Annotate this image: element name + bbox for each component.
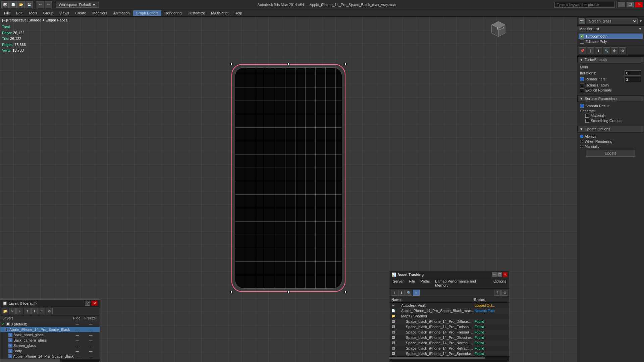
layer-row-iphone[interactable]: 📱 Apple_iPhone_14_Pro_Space_Black — — <box>0 327 100 332</box>
asset-tool-settings[interactable]: ⚙ <box>501 290 508 296</box>
panel-tool-3[interactable]: ⬆ <box>595 47 602 54</box>
layer-freeze-iphone[interactable]: — <box>83 328 98 331</box>
asset-row-vault[interactable]: 🏛 Autodesk Vault Logged Out... <box>389 303 509 308</box>
viewport[interactable]: [+][Perspective][Shaded + Edged Faces] T… <box>0 17 577 362</box>
layers-tool-5[interactable]: ⬇ <box>31 308 38 314</box>
minimize-button[interactable]: — <box>618 2 625 7</box>
asset-row-emissive[interactable]: 🖼 Space_black_iPhone_14_Pro_Emissive.png… <box>389 324 509 329</box>
layer-freeze-body[interactable]: — <box>83 349 98 353</box>
asset-tool-3[interactable]: 🔍 <box>406 290 412 296</box>
asset-menu-paths[interactable]: Paths <box>418 279 432 288</box>
layer-freeze-iphone2[interactable]: — <box>85 355 98 358</box>
screen-glass-dropdown[interactable]: Screen_glass <box>586 18 638 24</box>
menu-help[interactable]: Help <box>232 10 245 16</box>
layer-hide-back[interactable]: — <box>71 333 83 337</box>
layers-tool-4[interactable]: ⬆ <box>24 308 31 314</box>
explicit-normals-check[interactable] <box>580 88 584 92</box>
layer-hide-camera[interactable]: — <box>71 339 83 342</box>
layer-hide-0[interactable]: — <box>71 322 83 326</box>
asset-row-diffuse[interactable]: 🖼 Space_black_iPhone_14_Pro_Diffuse.png … <box>389 319 509 324</box>
asset-row-maps[interactable]: 📁 Maps / Shaders <box>389 313 509 319</box>
asset-restore-button[interactable]: ❐ <box>497 272 502 277</box>
modifier-turbosmooth[interactable]: ✓ TurboSmooth <box>579 34 643 39</box>
layers-close-button[interactable]: ✕ <box>92 301 98 306</box>
layers-tool-1[interactable]: 📁 <box>2 308 8 314</box>
layer-hide-screen[interactable]: — <box>71 344 83 348</box>
redo-icon[interactable]: ↪ <box>45 1 52 8</box>
asset-minimize-button[interactable]: — <box>492 272 497 277</box>
menu-edit[interactable]: Edit <box>13 10 25 16</box>
menu-rendering[interactable]: Rendering <box>162 10 184 16</box>
asset-menu-options[interactable]: Options <box>491 279 508 288</box>
menu-customize[interactable]: Customize <box>185 10 208 16</box>
new-icon[interactable]: 📄 <box>9 1 17 8</box>
panel-tool-5[interactable]: 🗑 <box>611 47 618 54</box>
asset-scrollthumb[interactable] <box>389 357 485 359</box>
menu-create[interactable]: Create <box>72 10 89 16</box>
menu-modifiers[interactable]: Modifiers <box>90 10 110 16</box>
turbosmooth-section-header[interactable]: ▼ TurboSmooth <box>577 56 644 63</box>
render-iters-check[interactable] <box>580 77 584 81</box>
render-iters-input[interactable] <box>625 77 641 82</box>
panel-tool-pin[interactable]: 📌 <box>579 47 586 54</box>
asset-tool-help[interactable]: ? <box>494 290 501 296</box>
asset-menu-server[interactable]: Server <box>391 279 406 288</box>
menu-tools[interactable]: Tools <box>26 10 40 16</box>
turbosmooth-check[interactable]: ✓ <box>580 34 584 38</box>
layer-row-default[interactable]: ✓ 🔲 0 (default) — — <box>0 321 100 327</box>
layer-freeze-0[interactable]: — <box>83 322 98 326</box>
layer-hide-body[interactable]: — <box>71 349 83 353</box>
manually-radio[interactable] <box>580 145 583 148</box>
layer-hide-iphone[interactable]: — <box>71 328 83 331</box>
asset-tool-2[interactable]: ⬇ <box>398 290 405 296</box>
menu-maxscript[interactable]: MAXScript <box>208 10 231 16</box>
layers-tool-6[interactable]: ≡ <box>39 308 45 314</box>
layer-hide-iphone2[interactable]: — <box>73 355 84 358</box>
layer-freeze-camera[interactable]: — <box>83 339 98 342</box>
asset-row-glossiness[interactable]: 🖼 Space_black_iPhone_14_Pro_Glossiness.p… <box>389 335 509 340</box>
layer-freeze-screen[interactable]: — <box>83 344 98 348</box>
layer-row-iphone2[interactable]: ▫ Apple_iPhone_14_Pro_Space_Black — — <box>0 354 100 359</box>
isoline-check[interactable] <box>580 83 584 87</box>
layer-row-body[interactable]: ▫ Body — — <box>0 348 100 354</box>
panel-tool-2[interactable]: | <box>587 47 594 54</box>
smoothing-groups-check[interactable] <box>585 119 589 123</box>
workspace-button[interactable]: Workspace: Default ▼ <box>56 2 99 8</box>
asset-close-button[interactable]: ✕ <box>503 272 507 277</box>
layer-row-screen[interactable]: ▫ Screen_glass — — <box>0 343 100 348</box>
asset-row-normal[interactable]: 🖼 Space_black_iPhone_14_Pro_Normal.png F… <box>389 340 509 346</box>
materials-check[interactable] <box>585 114 589 118</box>
menu-group[interactable]: Group <box>40 10 56 16</box>
layers-tool-7[interactable]: ⚙ <box>46 308 53 314</box>
asset-row-maxfile[interactable]: 📄 Apple_iPhone_14_Pro_Space_Black_max_vr… <box>389 308 509 313</box>
modifier-editable-poly[interactable]: Editable Poly <box>579 39 643 44</box>
smooth-result-check[interactable] <box>580 104 584 108</box>
layers-help-button[interactable]: ? <box>85 301 90 306</box>
menu-views[interactable]: Views <box>57 10 72 16</box>
open-icon[interactable]: 📂 <box>17 1 25 8</box>
layer-row-camera[interactable]: ▫ Back_camera_glass — — <box>0 338 100 343</box>
layers-tool-add[interactable]: + <box>16 308 23 314</box>
update-button[interactable]: Update <box>586 150 635 157</box>
asset-row-specular[interactable]: 🖼 Space_black_iPhone_14_Pro_Specular.png… <box>389 351 509 356</box>
asset-menu-file[interactable]: File <box>407 279 417 288</box>
panel-tool-4[interactable]: 🔧 <box>603 47 610 54</box>
editablepoly-check[interactable] <box>580 40 584 44</box>
when-rendering-radio[interactable] <box>580 140 583 143</box>
update-options-header[interactable]: ▼ Update Options <box>577 126 644 132</box>
asset-menu-bitmap[interactable]: Bitmap Performance and Memory <box>433 279 490 288</box>
restore-button[interactable]: ❐ <box>627 2 634 7</box>
asset-row-refract[interactable]: 🖼 Space_black_iPhone_14_Pro_Refract.png … <box>389 346 509 351</box>
asset-tool-1[interactable]: ⬆ <box>391 290 397 296</box>
layer-freeze-back[interactable]: — <box>83 333 98 337</box>
menu-file[interactable]: File <box>1 10 13 16</box>
menu-animation[interactable]: Animation <box>111 10 132 16</box>
iterations-input[interactable] <box>625 70 641 76</box>
always-radio[interactable] <box>580 135 583 138</box>
layers-tool-2[interactable]: ✕ <box>9 308 16 314</box>
undo-icon[interactable]: ↩ <box>37 1 44 8</box>
menu-graph-editors[interactable]: Graph Editors <box>133 10 161 16</box>
search-input[interactable] <box>554 2 615 8</box>
asset-row-fresnel[interactable]: 🖼 Space_black_iPhone_14_Pro_Fresnel_IOR.… <box>389 329 509 335</box>
layer-row-back-panel[interactable]: ▫ Back_panel_glass — — <box>0 332 100 338</box>
